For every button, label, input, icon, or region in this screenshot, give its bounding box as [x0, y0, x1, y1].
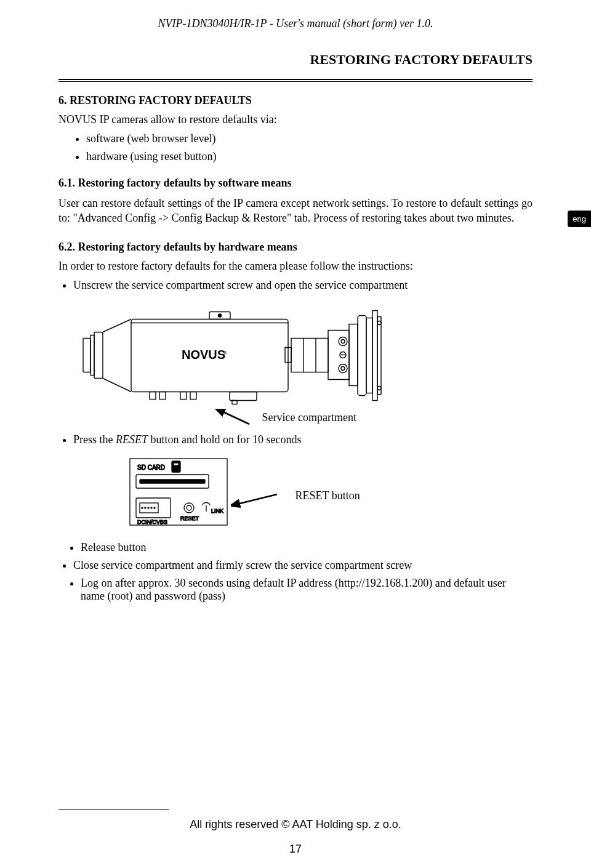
- svg-point-44: [145, 507, 146, 508]
- svg-rect-38: [174, 463, 179, 465]
- camera-diagram: NOVUS ® Service compartment: [77, 303, 533, 427]
- svg-point-8: [219, 314, 222, 317]
- language-tab: eng: [568, 211, 591, 227]
- page-heading: RESTORING FACTORY DEFAULTS: [58, 52, 533, 68]
- svg-rect-28: [159, 392, 166, 399]
- svg-rect-0: [83, 338, 90, 372]
- bullet-software: software (web browser level): [86, 132, 533, 145]
- footer-text: All rights reserved © AAT Holding sp. z …: [0, 818, 591, 831]
- doc-header: NVIP-1DN3040H/IR-1P - User's manual (sho…: [58, 17, 533, 30]
- svg-point-25: [339, 364, 347, 372]
- arrow-icon: [212, 409, 255, 427]
- section-6-title: 6. RESTORING FACTORY DEFAULTS: [58, 94, 533, 107]
- svg-line-3: [103, 319, 131, 332]
- section-6-2-title: 6.2. Restoring factory defaults by hardw…: [58, 241, 533, 254]
- svg-rect-27: [150, 392, 156, 399]
- svg-text:SD CARD: SD CARD: [137, 464, 165, 471]
- step-2-suffix: button and hold on for 10 seconds: [148, 433, 301, 446]
- svg-rect-14: [349, 324, 358, 385]
- svg-line-34: [222, 411, 249, 424]
- service-compartment-callout: Service compartment: [212, 409, 533, 427]
- svg-point-47: [154, 507, 155, 508]
- footer-rule: [58, 809, 169, 810]
- arrow-icon: [231, 492, 280, 510]
- svg-rect-18: [377, 316, 381, 394]
- instruction-list-3: Release button: [81, 541, 533, 554]
- svg-rect-31: [230, 392, 257, 400]
- brand-text: NOVUS: [182, 347, 225, 361]
- svg-point-46: [151, 507, 152, 508]
- svg-rect-29: [180, 392, 187, 399]
- svg-point-26: [341, 366, 345, 370]
- svg-rect-17: [372, 310, 377, 400]
- svg-point-22: [341, 339, 345, 343]
- bullet-hardware: hardware (using reset button): [86, 150, 533, 163]
- svg-rect-2: [94, 332, 103, 378]
- step-1: Unscrew the service compartment screw an…: [73, 279, 533, 292]
- page-number: 17: [0, 843, 591, 856]
- svg-rect-40: [140, 480, 205, 483]
- svg-rect-1: [90, 335, 94, 375]
- step-2: Press the RESET button and hold on for 1…: [73, 433, 533, 446]
- step-3: Release button: [81, 541, 533, 554]
- step-5: Log on after approx. 30 seconds using de…: [81, 577, 533, 603]
- svg-rect-15: [358, 315, 366, 395]
- section-6-1-body: User can restore default settings of the…: [58, 196, 533, 226]
- svg-point-21: [339, 337, 347, 345]
- reset-button-label: RESET button: [296, 489, 360, 502]
- svg-point-45: [148, 507, 149, 508]
- svg-rect-30: [190, 392, 196, 399]
- svg-rect-32: [232, 400, 237, 404]
- svg-point-43: [142, 507, 143, 508]
- svg-text:LINK: LINK: [211, 508, 223, 514]
- step-2-reset-word: RESET: [116, 433, 148, 446]
- instruction-list: Unscrew the service compartment screw an…: [73, 279, 533, 292]
- step-2-prefix: Press the: [73, 433, 116, 446]
- svg-line-4: [103, 378, 131, 392]
- svg-point-49: [184, 503, 194, 513]
- svg-rect-10: [291, 338, 328, 372]
- svg-text:RESET: RESET: [180, 515, 199, 521]
- instruction-list-2: Press the RESET button and hold on for 1…: [73, 433, 533, 446]
- svg-point-20: [377, 386, 381, 390]
- camera-svg: NOVUS ®: [77, 303, 434, 414]
- section-6-bullets: software (web browser level) hardware (u…: [86, 132, 533, 163]
- svg-point-50: [187, 505, 191, 510]
- svg-rect-16: [366, 318, 372, 393]
- step-4: Close service compartment and firmly scr…: [73, 559, 533, 572]
- reset-svg: SD CARD DCIN/CVBS RESET LINK: [126, 455, 231, 529]
- svg-text:DCIN/CVBS: DCIN/CVBS: [137, 519, 167, 525]
- instruction-list-5: Log on after approx. 30 seconds using de…: [81, 577, 533, 603]
- section-6-1-title: 6.1. Restoring factory defaults by softw…: [58, 177, 533, 190]
- heading-divider: [58, 79, 533, 82]
- section-6-2-intro: In order to restore factory defaults for…: [58, 260, 533, 273]
- svg-text:®: ®: [223, 350, 227, 356]
- instruction-list-4: Close service compartment and firmly scr…: [73, 559, 533, 572]
- reset-callout: RESET button: [268, 481, 385, 502]
- svg-point-19: [377, 321, 381, 324]
- service-compartment-label: Service compartment: [262, 411, 356, 424]
- reset-diagram: SD CARD DCIN/CVBS RESET LINK RESET b: [126, 455, 533, 529]
- section-6-intro: NOVUS IP cameras allow to restore defaul…: [58, 113, 533, 126]
- svg-line-54: [237, 494, 277, 504]
